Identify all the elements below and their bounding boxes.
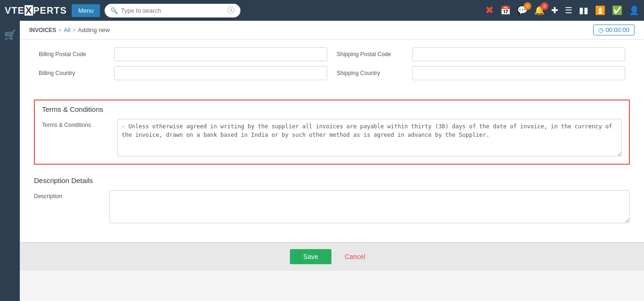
billing-col: Billing Postal Code Billing Country	[34, 44, 332, 88]
billing-country-row: Billing Country	[39, 66, 327, 80]
navbar-icons: ✖ 📅 💬 0 🔔 0 ✚ ☰ ▮▮ ⏫ ✅ 👤	[485, 4, 639, 17]
main-content: INVOICES > All > Adding new ◷ 00:00:00 B…	[20, 21, 644, 301]
chat-icon[interactable]: 💬 0	[517, 5, 528, 16]
description-section-title: Description Details	[34, 176, 630, 184]
grid-icon[interactable]: ☰	[565, 5, 572, 16]
description-label: Description	[34, 190, 109, 200]
address-grid: Billing Postal Code Billing Country Ship…	[34, 44, 630, 92]
breadcrumb-current: Adding new	[78, 26, 110, 33]
search-clear-icon[interactable]: ⓧ	[227, 6, 235, 16]
billing-postal-code-input[interactable]	[114, 47, 327, 61]
description-row: Description	[34, 190, 630, 223]
terms-row: Terms & Conditions	[42, 119, 622, 157]
line-chart-icon[interactable]: ⏫	[595, 5, 605, 16]
billing-postal-row: Billing Postal Code	[39, 47, 327, 61]
terms-textarea[interactable]	[117, 119, 622, 157]
shipping-col: Shipping Postal Code Shipping Country	[332, 44, 630, 88]
terms-section-title: Terms & Conditions	[42, 105, 622, 113]
timer-icon: ◷	[598, 26, 603, 33]
add-icon[interactable]: ✚	[551, 5, 558, 16]
user-icon[interactable]: 👤	[629, 5, 639, 16]
chat-badge: 0	[524, 2, 531, 10]
breadcrumb-sep2: >	[72, 26, 76, 33]
task-icon[interactable]: ✅	[612, 5, 622, 16]
shipping-country-label: Shipping Country	[337, 70, 412, 76]
breadcrumb-sep1: >	[58, 26, 62, 33]
search-input[interactable]	[121, 7, 224, 14]
shipping-country-row: Shipping Country	[337, 66, 625, 80]
bar-chart-icon[interactable]: ▮▮	[579, 5, 588, 16]
shipping-postal-code-label: Shipping Postal Code	[337, 51, 412, 58]
shipping-postal-row: Shipping Postal Code	[337, 47, 625, 61]
search-bar: 🔍 ⓧ	[105, 4, 240, 17]
description-textarea[interactable]	[109, 190, 630, 223]
terms-section: Terms & Conditions Terms & Conditions	[34, 100, 630, 165]
form-footer: Save Cancel	[20, 242, 644, 271]
navbar: VTEXPERTS Menu 🔍 ⓧ ✖ 📅 💬 0 🔔 0 ✚ ☰ ▮▮ ⏫ …	[0, 0, 644, 21]
logo-x: X	[25, 5, 33, 16]
description-section: Description Details Description	[34, 172, 630, 228]
vtiger-icon[interactable]: ✖	[485, 4, 494, 17]
search-icon: 🔍	[110, 7, 118, 14]
timer-display: ◷ 00:00:00	[593, 25, 635, 35]
sidebar-cart-icon[interactable]: 🛒	[0, 25, 20, 44]
app-layout: 🛒 INVOICES > All > Adding new ◷ 00:00:00	[0, 21, 644, 301]
shipping-postal-code-input[interactable]	[412, 47, 625, 61]
breadcrumb: INVOICES > All > Adding new	[29, 26, 110, 33]
shipping-country-input[interactable]	[412, 66, 625, 80]
app-logo: VTEXPERTS	[5, 5, 67, 16]
bell-badge: 0	[541, 2, 548, 10]
menu-button[interactable]: Menu	[72, 4, 100, 17]
billing-postal-code-label: Billing Postal Code	[39, 51, 114, 58]
billing-country-input[interactable]	[114, 66, 327, 80]
breadcrumb-bar: INVOICES > All > Adding new ◷ 00:00:00	[20, 21, 644, 40]
form-area: Billing Postal Code Billing Country Ship…	[20, 40, 644, 242]
cancel-button[interactable]: Cancel	[336, 249, 374, 264]
breadcrumb-module: INVOICES	[29, 27, 56, 33]
terms-label: Terms & Conditions	[42, 119, 117, 128]
bell-icon[interactable]: 🔔 0	[534, 5, 545, 16]
save-button[interactable]: Save	[290, 249, 331, 264]
sidebar: 🛒	[0, 21, 20, 301]
breadcrumb-all[interactable]: All	[64, 26, 70, 33]
calendar-icon[interactable]: 📅	[500, 5, 511, 16]
billing-country-label: Billing Country	[39, 70, 114, 76]
timer-value: 00:00:00	[605, 26, 629, 33]
